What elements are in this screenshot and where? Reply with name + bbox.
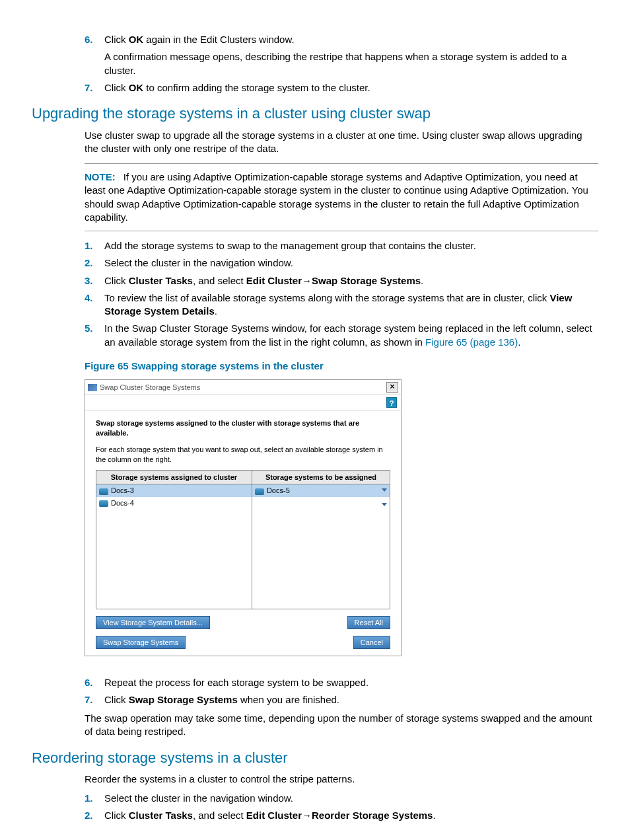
dialog-body: Swap storage systems assigned to the clu… — [85, 410, 401, 655]
swap-dialog: Swap Cluster Storage Systems × ? Swap st… — [85, 379, 402, 656]
text: . — [433, 810, 435, 821]
cancel-button[interactable]: Cancel — [353, 636, 390, 649]
step-number: 7. — [85, 693, 104, 706]
step-number: 1. — [85, 239, 104, 252]
cell-text: Docs-4 — [111, 499, 134, 507]
text: . — [215, 305, 217, 317]
step-body: To review the list of available storage … — [104, 291, 598, 319]
step-number: 2. — [85, 256, 104, 270]
button-row: View Storage System Details... Reset All — [96, 616, 390, 629]
text: Click — [104, 82, 129, 93]
sub-text: A confirmation message opens, describing… — [104, 50, 598, 77]
table-row[interactable]: Docs-4 — [96, 497, 390, 510]
note-box: NOTE:If you are using Adaptive Optimizat… — [85, 163, 598, 231]
list-item: 7. Click Swap Storage Systems when you a… — [85, 693, 598, 706]
bold-text: Swap Storage Systems — [312, 275, 421, 286]
page-content: 6. Click OK again in the Edit Clusters w… — [85, 33, 598, 822]
list-item: 4. To review the list of available stora… — [85, 291, 598, 319]
arrow: → — [302, 275, 312, 286]
table-empty — [96, 510, 390, 609]
step-body: Click OK to confirm adding the storage s… — [104, 81, 598, 95]
intro-text: Reorder the systems in a cluster to cont… — [85, 773, 598, 786]
step-body: Click OK again in the Edit Clusters wind… — [104, 33, 598, 77]
button-row: Swap Storage Systems Cancel — [96, 636, 390, 649]
step-body: Add the storage systems to swap to the m… — [104, 239, 598, 252]
app-icon — [88, 384, 97, 391]
bold-text: Reorder Storage Systems — [312, 810, 433, 821]
step-number: 3. — [85, 274, 104, 287]
cell-text: Docs-3 — [111, 486, 134, 494]
list-item: 1. Add the storage systems to swap to th… — [85, 239, 598, 252]
heading-upgrading: Upgrading the storage systems in a clust… — [32, 104, 598, 124]
text: , and select — [193, 810, 246, 821]
view-details-button[interactable]: View Storage System Details... — [96, 616, 210, 629]
table-row[interactable]: Docs-3 Docs-5 — [96, 484, 390, 497]
step-number: 2. — [85, 809, 104, 822]
dialog-toolbar: ? — [85, 395, 401, 410]
arrow: → — [302, 810, 312, 821]
step-body: Click Cluster Tasks, and select Edit Clu… — [104, 274, 598, 287]
close-icon[interactable]: × — [386, 382, 398, 393]
heading-reordering: Reordering storage systems in a cluster — [32, 748, 598, 768]
step-number: 1. — [85, 792, 104, 805]
figure-caption: Figure 65 Swapping storage systems in th… — [85, 360, 598, 373]
dialog-instruction: Swap storage systems assigned to the clu… — [96, 418, 390, 438]
drive-icon — [99, 488, 108, 495]
reset-all-button[interactable]: Reset All — [347, 616, 390, 629]
step-body: Click Swap Storage Systems when you are … — [104, 693, 598, 706]
dialog-instruction: For each storage system that you want to… — [96, 445, 390, 465]
text: Click — [104, 275, 129, 286]
list-item: 5. In the Swap Cluster Storage Systems w… — [85, 322, 598, 349]
text: . — [421, 275, 423, 286]
outro-text: The swap operation may take some time, d… — [85, 712, 598, 739]
cell-text: Docs-5 — [267, 486, 290, 494]
step-body: Select the cluster in the navigation win… — [104, 792, 598, 805]
help-icon[interactable]: ? — [386, 397, 397, 408]
bold-text: OK — [129, 34, 144, 45]
list-item: 2. Click Cluster Tasks, and select Edit … — [85, 809, 598, 822]
bold-text: Cluster Tasks — [129, 275, 193, 286]
list-item: 7. Click OK to confirm adding the storag… — [85, 81, 598, 95]
step-number: 4. — [85, 291, 104, 319]
list-item: 6. Repeat the process for each storage s… — [85, 676, 598, 689]
note-label: NOTE: — [85, 171, 116, 182]
step-number: 5. — [85, 322, 104, 349]
drive-icon — [255, 488, 264, 495]
text: . — [518, 336, 520, 348]
bold-text: Swap Storage Systems — [129, 694, 238, 705]
list-item: 6. Click OK again in the Edit Clusters w… — [85, 33, 598, 77]
bold-text: Edit Cluster — [246, 275, 302, 286]
step-body: Click Cluster Tasks, and select Edit Clu… — [104, 809, 598, 822]
note-text: If you are using Adaptive Optimization-c… — [85, 171, 588, 223]
list-item: 3. Click Cluster Tasks, and select Edit … — [85, 274, 598, 287]
text: To review the list of available storage … — [104, 292, 549, 303]
text: Click — [104, 34, 129, 45]
step-body: Repeat the process for each storage syst… — [104, 676, 598, 689]
bold-text: OK — [129, 82, 144, 93]
text: to confirm adding the storage system to … — [143, 82, 370, 93]
text: when you are finished. — [238, 694, 339, 705]
drive-icon — [99, 500, 108, 507]
bold-text: Edit Cluster — [246, 810, 302, 821]
column-header-tobe: Storage systems to be assigned — [252, 470, 390, 484]
step-body: In the Swap Cluster Storage Systems wind… — [104, 322, 598, 349]
text: Click — [104, 694, 129, 705]
text: , and select — [193, 275, 246, 286]
step-number: 6. — [85, 33, 104, 77]
bold-text: Cluster Tasks — [129, 810, 193, 821]
dialog-titlebar: Swap Cluster Storage Systems × — [85, 380, 401, 395]
step-number: 7. — [85, 81, 104, 95]
list-item: 2. Select the cluster in the navigation … — [85, 256, 598, 270]
column-header-assigned: Storage systems assigned to cluster — [96, 470, 252, 484]
dialog-title: Swap Cluster Storage Systems — [100, 383, 386, 393]
text: again in the Edit Clusters window. — [143, 34, 294, 45]
chevron-down-icon[interactable] — [382, 488, 387, 492]
intro-text: Use cluster swap to upgrade all the stor… — [85, 129, 598, 156]
step-number: 6. — [85, 676, 104, 689]
swap-button[interactable]: Swap Storage Systems — [96, 636, 186, 649]
figure-link[interactable]: Figure 65 (page 136) — [425, 336, 518, 348]
step-body: Select the cluster in the navigation win… — [104, 256, 598, 270]
list-item: 1. Select the cluster in the navigation … — [85, 792, 598, 805]
swap-table: Storage systems assigned to cluster Stor… — [96, 470, 390, 609]
chevron-down-icon[interactable] — [382, 503, 387, 506]
